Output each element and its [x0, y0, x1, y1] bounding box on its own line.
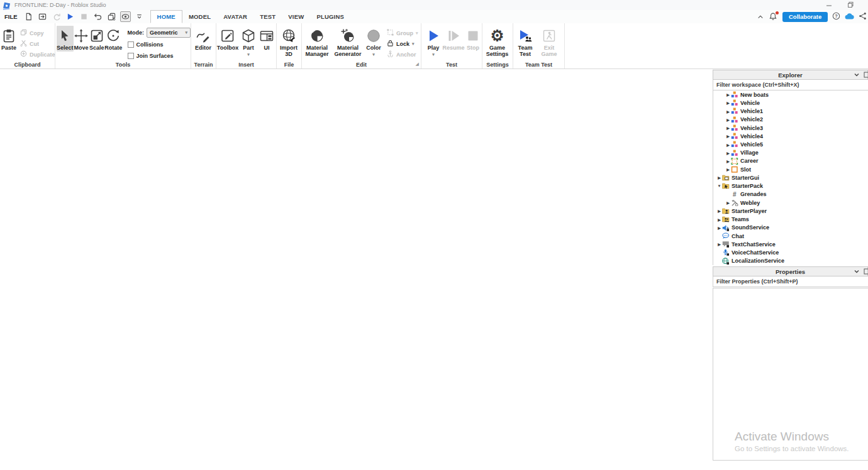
toolbox-button[interactable]: Toolbox: [216, 26, 239, 52]
collisions-checkbox[interactable]: Collisions: [128, 40, 191, 49]
tree-row-starterplayer[interactable]: ▶StarterPlayer: [713, 207, 868, 215]
view-visibility-eye-icon[interactable]: [120, 11, 131, 22]
expand-arrow-icon[interactable]: ▶: [725, 92, 731, 97]
tree-row-slot[interactable]: ▶Slot: [713, 165, 868, 173]
notifications-bell-icon[interactable]: [769, 12, 778, 21]
chevron-down-icon[interactable]: [854, 268, 860, 276]
stop-icon[interactable]: [79, 11, 89, 22]
lock-button[interactable]: Lock ▾: [387, 38, 418, 49]
tree-row-vehicle[interactable]: ▶Vehicle: [713, 99, 868, 107]
properties-panel-header[interactable]: Properties: [713, 266, 868, 276]
join-surfaces-checkbox[interactable]: Join Surfaces: [128, 51, 191, 60]
share-icon[interactable]: [859, 11, 867, 23]
color-button[interactable]: Color ▾: [364, 26, 384, 57]
cut-button[interactable]: Cut: [20, 38, 55, 49]
expand-arrow-icon[interactable]: ▶: [725, 151, 731, 155]
screen-clone-icon[interactable]: [106, 11, 117, 22]
copy-button[interactable]: Copy: [20, 28, 55, 38]
toolbar-overflow-icon[interactable]: [134, 11, 145, 22]
redo-icon[interactable]: [51, 11, 62, 22]
scale-tool-button[interactable]: Scale: [89, 26, 104, 52]
team-test-button[interactable]: Team Test: [513, 26, 537, 58]
duplicate-button[interactable]: Duplicate: [20, 49, 55, 60]
group-button[interactable]: Group ▾: [387, 28, 418, 38]
cloud-sync-icon[interactable]: [845, 11, 854, 23]
collapse-arrow-icon[interactable]: ▼: [716, 184, 722, 188]
stop-button[interactable]: Stop: [464, 26, 482, 52]
play-icon[interactable]: [65, 11, 75, 22]
properties-filter[interactable]: [713, 276, 868, 287]
tree-row-startergui[interactable]: ▶StarterGui: [713, 173, 868, 182]
material-manager-button[interactable]: Material Manager: [302, 26, 332, 58]
mode-select[interactable]: Geometric ▾: [147, 28, 191, 38]
restore-button[interactable]: [843, 0, 857, 9]
tab-view[interactable]: VIEW: [282, 10, 310, 23]
tree-row-village[interactable]: ▶Village: [713, 149, 868, 157]
tree-row-career[interactable]: ▶Career: [713, 157, 868, 165]
material-generator-button[interactable]: Material Generator: [332, 26, 364, 58]
tab-home[interactable]: HOME: [150, 10, 182, 23]
resume-button[interactable]: Resume: [443, 26, 464, 52]
tree-row-soundservice[interactable]: ▶SoundService: [713, 224, 868, 232]
import-3d-button[interactable]: Import 3D: [277, 26, 301, 58]
expand-arrow-icon[interactable]: ▶: [725, 167, 731, 172]
explorer-panel-header[interactable]: Explorer: [713, 70, 868, 80]
file-menu[interactable]: FILE: [0, 13, 23, 20]
move-tool-button[interactable]: Move: [74, 26, 89, 52]
expand-arrow-icon[interactable]: ▶: [716, 209, 722, 213]
tree-row-localizationservice[interactable]: LocalizationService: [713, 257, 868, 265]
part-button[interactable]: Part ▾: [239, 26, 258, 57]
expand-arrow-icon[interactable]: ▶: [725, 126, 731, 130]
expand-arrow-icon[interactable]: ▶: [716, 242, 722, 246]
tab-test[interactable]: TEST: [253, 10, 282, 23]
ui-button[interactable]: UI: [258, 26, 275, 52]
tree-row-vehicle4[interactable]: ▶Vehicle4: [713, 132, 868, 140]
tree-row-vehicle1[interactable]: ▶Vehicle1: [713, 107, 868, 115]
tree-row-vehicle2[interactable]: ▶Vehicle2: [713, 116, 868, 124]
tab-avatar[interactable]: AVATAR: [217, 10, 253, 23]
tree-row-chat[interactable]: Chat: [713, 232, 868, 240]
explorer-filter[interactable]: [713, 80, 868, 90]
rotate-tool-button[interactable]: Rotate: [104, 26, 122, 52]
expand-arrow-icon[interactable]: ▶: [725, 143, 731, 147]
tree-row-new-boats[interactable]: ▶New boats: [713, 90, 868, 99]
select-tool-button[interactable]: Select: [57, 26, 74, 52]
play-button[interactable]: Play ▾: [424, 26, 443, 57]
expand-arrow-icon[interactable]: ▶: [725, 109, 731, 114]
expand-arrow-icon[interactable]: ▶: [725, 159, 731, 163]
paste-button[interactable]: Paste: [1, 26, 16, 52]
3d-viewport[interactable]: [0, 69, 713, 470]
tree-row-webley[interactable]: ▶Webley: [713, 199, 868, 207]
terrain-editor-button[interactable]: Editor: [191, 26, 215, 52]
tab-model[interactable]: MODEL: [182, 10, 217, 23]
expand-arrow-icon[interactable]: ▶: [716, 217, 722, 222]
expand-arrow-icon[interactable]: ▶: [716, 226, 722, 230]
expand-arrow-icon[interactable]: ▶: [725, 134, 731, 138]
tree-row-vehicle3[interactable]: ▶Vehicle3: [713, 124, 868, 132]
exit-game-button[interactable]: Exit Game: [537, 26, 561, 58]
tab-plugins[interactable]: PLUGINS: [310, 10, 350, 23]
tree-row-starterpack[interactable]: ▼StarterPack: [713, 182, 868, 190]
expand-arrow-icon[interactable]: ▶: [725, 101, 731, 105]
minimize-button[interactable]: [822, 0, 836, 9]
float-window-icon[interactable]: [864, 72, 868, 79]
anchor-button[interactable]: Anchor: [387, 49, 418, 60]
collaborate-button[interactable]: Collaborate: [782, 12, 828, 22]
new-file-icon[interactable]: [23, 11, 34, 22]
properties-filter-input[interactable]: [713, 278, 868, 285]
chevron-down-icon[interactable]: [854, 72, 860, 79]
open-file-icon[interactable]: [37, 11, 48, 22]
chevron-up-icon[interactable]: [757, 11, 764, 23]
undo-icon[interactable]: [92, 11, 103, 22]
expand-arrow-icon[interactable]: ▶: [716, 175, 722, 180]
float-window-icon[interactable]: [864, 268, 868, 276]
game-settings-button[interactable]: ⚙ Game Settings: [482, 26, 512, 58]
tree-row-textchatservice[interactable]: ▶TextChatService: [713, 240, 868, 248]
tree-row-grenades[interactable]: #Grenades: [713, 190, 868, 199]
tree-row-vehicle5[interactable]: ▶Vehicle5: [713, 140, 868, 148]
help-icon[interactable]: ?: [832, 11, 840, 23]
expand-arrow-icon[interactable]: ▶: [725, 117, 731, 122]
expand-arrow-icon[interactable]: ▶: [725, 200, 731, 205]
tree-row-voicechatservice[interactable]: VoiceChatService: [713, 248, 868, 256]
tree-row-teams[interactable]: ▶Teams: [713, 216, 868, 224]
